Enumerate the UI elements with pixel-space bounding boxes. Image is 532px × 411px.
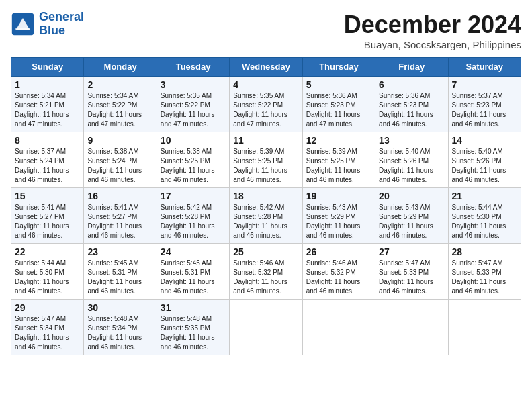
logo-text: General Blue (39, 11, 84, 38)
day-number: 13 (379, 135, 444, 146)
calendar-cell: 11Sunrise: 5:39 AMSunset: 5:25 PMDayligh… (230, 132, 302, 188)
day-info: Sunrise: 5:45 AMSunset: 5:31 PMDaylight:… (161, 259, 226, 296)
calendar-cell: 19Sunrise: 5:43 AMSunset: 5:29 PMDayligh… (302, 188, 375, 244)
column-header-thursday: Thursday (302, 58, 375, 77)
location-subtitle: Buayan, Soccsksargen, Philippines (344, 39, 521, 50)
day-number: 4 (233, 79, 298, 90)
calendar-cell: 9Sunrise: 5:38 AMSunset: 5:24 PMDaylight… (84, 132, 157, 188)
calendar-week-row: 1Sunrise: 5:34 AMSunset: 5:21 PMDaylight… (11, 77, 521, 132)
calendar-body: 1Sunrise: 5:34 AMSunset: 5:21 PMDaylight… (11, 77, 521, 355)
calendar-cell: 14Sunrise: 5:40 AMSunset: 5:26 PMDayligh… (448, 132, 521, 188)
day-number: 31 (161, 302, 226, 313)
day-number: 17 (161, 191, 226, 201)
day-number: 7 (452, 79, 517, 90)
day-number: 1 (15, 79, 80, 90)
calendar-week-row: 8Sunrise: 5:37 AMSunset: 5:24 PMDaylight… (11, 132, 521, 188)
calendar-cell: 26Sunrise: 5:46 AMSunset: 5:32 PMDayligh… (302, 244, 375, 300)
day-number: 23 (87, 246, 152, 257)
day-info: Sunrise: 5:44 AMSunset: 5:30 PMDaylight:… (15, 259, 80, 296)
calendar-cell: 27Sunrise: 5:47 AMSunset: 5:33 PMDayligh… (375, 244, 448, 300)
day-info: Sunrise: 5:47 AMSunset: 5:34 PMDaylight:… (15, 314, 80, 352)
calendar-cell: 3Sunrise: 5:35 AMSunset: 5:22 PMDaylight… (157, 77, 229, 132)
calendar-cell: 24Sunrise: 5:45 AMSunset: 5:31 PMDayligh… (157, 244, 229, 300)
day-info: Sunrise: 5:40 AMSunset: 5:26 PMDaylight:… (452, 147, 517, 185)
calendar-cell: 2Sunrise: 5:34 AMSunset: 5:22 PMDaylight… (84, 77, 157, 132)
title-area: December 2024 Buayan, Soccsksargen, Phil… (344, 11, 521, 50)
day-info: Sunrise: 5:34 AMSunset: 5:22 PMDaylight:… (87, 91, 152, 129)
header: General Blue December 2024 Buayan, Soccs… (11, 11, 521, 50)
day-number: 24 (161, 246, 226, 257)
day-info: Sunrise: 5:47 AMSunset: 5:33 PMDaylight:… (452, 259, 517, 296)
day-number: 27 (379, 246, 444, 257)
day-number: 2 (87, 79, 152, 90)
day-info: Sunrise: 5:43 AMSunset: 5:29 PMDaylight:… (379, 203, 444, 240)
day-number: 21 (452, 191, 517, 201)
calendar-cell: 15Sunrise: 5:41 AMSunset: 5:27 PMDayligh… (11, 188, 84, 244)
day-info: Sunrise: 5:35 AMSunset: 5:22 PMDaylight:… (233, 91, 298, 129)
calendar-cell (448, 300, 521, 355)
calendar-cell: 17Sunrise: 5:42 AMSunset: 5:28 PMDayligh… (157, 188, 229, 244)
calendar-cell: 30Sunrise: 5:48 AMSunset: 5:34 PMDayligh… (84, 300, 157, 355)
calendar-cell: 25Sunrise: 5:46 AMSunset: 5:32 PMDayligh… (230, 244, 302, 300)
column-header-tuesday: Tuesday (157, 58, 229, 77)
day-info: Sunrise: 5:41 AMSunset: 5:27 PMDaylight:… (87, 203, 152, 240)
day-info: Sunrise: 5:45 AMSunset: 5:31 PMDaylight:… (87, 259, 152, 296)
day-info: Sunrise: 5:47 AMSunset: 5:33 PMDaylight:… (379, 259, 444, 296)
day-info: Sunrise: 5:36 AMSunset: 5:23 PMDaylight:… (379, 91, 444, 129)
logo-general: General (39, 10, 84, 24)
day-number: 3 (161, 79, 226, 90)
day-info: Sunrise: 5:48 AMSunset: 5:34 PMDaylight:… (87, 314, 152, 352)
column-header-friday: Friday (375, 58, 448, 77)
calendar-cell: 20Sunrise: 5:43 AMSunset: 5:29 PMDayligh… (375, 188, 448, 244)
day-info: Sunrise: 5:38 AMSunset: 5:25 PMDaylight:… (161, 147, 226, 185)
calendar-cell: 10Sunrise: 5:38 AMSunset: 5:25 PMDayligh… (157, 132, 229, 188)
day-info: Sunrise: 5:37 AMSunset: 5:24 PMDaylight:… (15, 147, 80, 185)
calendar-week-row: 22Sunrise: 5:44 AMSunset: 5:30 PMDayligh… (11, 244, 521, 300)
day-number: 30 (87, 302, 152, 313)
calendar-cell: 6Sunrise: 5:36 AMSunset: 5:23 PMDaylight… (375, 77, 448, 132)
day-info: Sunrise: 5:48 AMSunset: 5:35 PMDaylight:… (161, 314, 226, 352)
day-number: 18 (233, 191, 298, 201)
calendar-cell: 7Sunrise: 5:37 AMSunset: 5:23 PMDaylight… (448, 77, 521, 132)
calendar-cell: 13Sunrise: 5:40 AMSunset: 5:26 PMDayligh… (375, 132, 448, 188)
calendar-cell: 18Sunrise: 5:42 AMSunset: 5:28 PMDayligh… (230, 188, 302, 244)
day-number: 25 (233, 246, 298, 257)
day-number: 8 (15, 135, 80, 146)
day-info: Sunrise: 5:42 AMSunset: 5:28 PMDaylight:… (233, 203, 298, 240)
day-number: 11 (233, 135, 298, 146)
day-number: 6 (379, 79, 444, 90)
day-info: Sunrise: 5:37 AMSunset: 5:23 PMDaylight:… (452, 91, 517, 129)
day-info: Sunrise: 5:41 AMSunset: 5:27 PMDaylight:… (15, 203, 80, 240)
day-number: 14 (452, 135, 517, 146)
calendar-week-row: 29Sunrise: 5:47 AMSunset: 5:34 PMDayligh… (11, 300, 521, 355)
day-number: 5 (306, 79, 371, 90)
month-year-title: December 2024 (344, 11, 521, 39)
day-info: Sunrise: 5:39 AMSunset: 5:25 PMDaylight:… (306, 147, 371, 185)
day-info: Sunrise: 5:35 AMSunset: 5:22 PMDaylight:… (161, 91, 226, 129)
logo-blue: Blue (39, 24, 65, 37)
calendar-cell: 16Sunrise: 5:41 AMSunset: 5:27 PMDayligh… (84, 188, 157, 244)
calendar-header-row: SundayMondayTuesdayWednesdayThursdayFrid… (11, 58, 521, 77)
day-number: 15 (15, 191, 80, 201)
calendar-cell: 4Sunrise: 5:35 AMSunset: 5:22 PMDaylight… (230, 77, 302, 132)
day-number: 12 (306, 135, 371, 146)
day-number: 26 (306, 246, 371, 257)
column-header-saturday: Saturday (448, 58, 521, 77)
calendar-cell: 31Sunrise: 5:48 AMSunset: 5:35 PMDayligh… (157, 300, 229, 355)
logo: General Blue (11, 11, 84, 38)
day-info: Sunrise: 5:46 AMSunset: 5:32 PMDaylight:… (306, 259, 371, 296)
calendar-cell: 5Sunrise: 5:36 AMSunset: 5:23 PMDaylight… (302, 77, 375, 132)
day-number: 16 (87, 191, 152, 201)
day-info: Sunrise: 5:46 AMSunset: 5:32 PMDaylight:… (233, 259, 298, 296)
calendar-cell: 28Sunrise: 5:47 AMSunset: 5:33 PMDayligh… (448, 244, 521, 300)
calendar-cell: 29Sunrise: 5:47 AMSunset: 5:34 PMDayligh… (11, 300, 84, 355)
calendar-cell: 8Sunrise: 5:37 AMSunset: 5:24 PMDaylight… (11, 132, 84, 188)
svg-rect-2 (15, 28, 30, 30)
logo-icon (11, 12, 35, 36)
calendar-cell: 22Sunrise: 5:44 AMSunset: 5:30 PMDayligh… (11, 244, 84, 300)
calendar-cell: 23Sunrise: 5:45 AMSunset: 5:31 PMDayligh… (84, 244, 157, 300)
day-info: Sunrise: 5:38 AMSunset: 5:24 PMDaylight:… (87, 147, 152, 185)
day-info: Sunrise: 5:39 AMSunset: 5:25 PMDaylight:… (233, 147, 298, 185)
day-info: Sunrise: 5:42 AMSunset: 5:28 PMDaylight:… (161, 203, 226, 240)
day-number: 9 (87, 135, 152, 146)
